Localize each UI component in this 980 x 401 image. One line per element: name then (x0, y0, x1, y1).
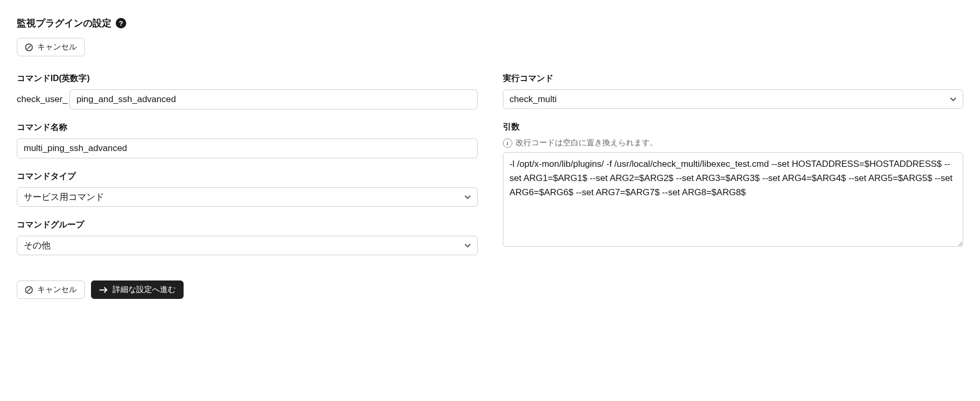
command-id-prefix: check_user_ (17, 94, 67, 105)
label-command-name: コマンド名称 (17, 122, 478, 133)
cancel-button[interactable]: キャンセル (17, 38, 85, 56)
command-group-select[interactable]: その他 (17, 236, 478, 255)
right-column: 実行コマンド check_multi 引数 i 改行コードは空白に置き換えられま… (503, 73, 964, 262)
label-args: 引数 (503, 122, 964, 133)
footer-actions: キャンセル 詳細な設定へ進む (17, 280, 963, 299)
proceed-button[interactable]: 詳細な設定へ進む (91, 280, 184, 299)
toolbar-top: キャンセル (17, 38, 963, 56)
field-command-type: コマンドタイプ サービス用コマンド (17, 171, 478, 207)
field-command-id: コマンドID(英数字) check_user_ (17, 73, 478, 109)
field-command-name: コマンド名称 (17, 122, 478, 158)
command-type-select[interactable]: サービス用コマンド (17, 187, 478, 207)
page-title: 監視プラグインの設定 (17, 17, 112, 29)
args-hint-text: 改行コードは空白に置き換えられます。 (516, 138, 658, 148)
page-header: 監視プラグインの設定 ? (17, 17, 963, 29)
proceed-button-label: 詳細な設定へ進む (113, 285, 176, 295)
label-command-id: コマンドID(英数字) (17, 73, 478, 84)
left-column: コマンドID(英数字) check_user_ コマンド名称 コマンドタイプ サ… (17, 73, 478, 268)
field-exec-command: 実行コマンド check_multi (503, 73, 964, 109)
command-id-input[interactable] (69, 89, 477, 109)
exec-command-select[interactable]: check_multi (503, 89, 964, 109)
label-command-group: コマンドグループ (17, 219, 478, 230)
svg-line-1 (27, 45, 31, 48)
cancel-button-footer[interactable]: キャンセル (17, 280, 85, 299)
field-command-group: コマンドグループ その他 (17, 219, 478, 255)
svg-line-3 (27, 288, 31, 291)
cancel-icon (25, 286, 33, 294)
command-name-input[interactable] (17, 138, 478, 158)
args-textarea[interactable] (503, 152, 964, 247)
args-hint-row: i 改行コードは空白に置き換えられます。 (503, 138, 964, 148)
field-args: 引数 i 改行コードは空白に置き換えられます。 (503, 122, 964, 249)
label-exec-command: 実行コマンド (503, 73, 964, 84)
help-icon[interactable]: ? (116, 18, 126, 28)
label-command-type: コマンドタイプ (17, 171, 478, 182)
cancel-icon (25, 43, 33, 52)
cancel-button-label: キャンセル (37, 42, 77, 52)
arrow-right-icon (99, 286, 108, 294)
info-icon: i (503, 138, 512, 148)
cancel-button-footer-label: キャンセル (37, 285, 77, 295)
form-columns: コマンドID(英数字) check_user_ コマンド名称 コマンドタイプ サ… (17, 73, 963, 268)
command-id-row: check_user_ (17, 89, 478, 109)
